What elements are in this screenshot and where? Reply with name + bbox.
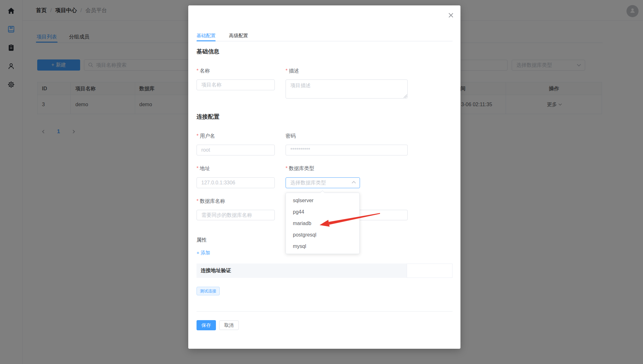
footer-divider [197, 311, 453, 312]
tab-advanced-config[interactable]: 高级配置 [229, 31, 248, 40]
db-name-input[interactable] [197, 210, 275, 220]
save-button[interactable]: 保存 [197, 320, 216, 330]
dropdown-option-sqlserver[interactable]: sqlserver [286, 195, 359, 206]
test-connection-button[interactable]: 测试连接 [197, 287, 220, 295]
dropdown-option-mariadb[interactable]: mariadb [286, 218, 359, 229]
db-name-label: *数据库名称 [197, 198, 225, 204]
dropdown-option-postgresql[interactable]: postgresql [286, 229, 359, 241]
required-mark: * [197, 133, 198, 139]
description-textarea[interactable] [286, 79, 408, 99]
tab-basic-config[interactable]: 基础配置 [197, 31, 216, 40]
username-input[interactable] [197, 145, 275, 155]
connection-config-dialog: 基础配置 高级配置 基础信息 *名称 *描述 连接配置 *用户名 密码 *地址 … [188, 5, 460, 349]
address-label: *地址 [197, 165, 210, 172]
resize-grip-icon[interactable] [404, 94, 407, 98]
password-label: 密码 [286, 133, 296, 139]
cancel-button[interactable]: 取消 [219, 320, 239, 330]
required-mark: * [286, 68, 287, 73]
chevron-up-icon [352, 181, 356, 185]
dropdown-option-mysql[interactable]: mysql [286, 241, 359, 252]
db-type-dropdown: sqlserver pg44 mariadb postgresql mysql [286, 193, 360, 254]
required-mark: * [197, 68, 198, 73]
password-input[interactable] [286, 145, 408, 155]
add-attribute-link[interactable]: + 添加 [197, 250, 210, 256]
db-type-select-placeholder: 选择数据库类型 [290, 180, 326, 186]
required-mark: * [286, 166, 287, 171]
tabs-divider [197, 41, 453, 41]
close-icon[interactable] [448, 12, 454, 18]
db-type-select[interactable]: 选择数据库类型 [286, 177, 360, 188]
section-connection-config: 连接配置 [197, 113, 219, 120]
db-type-label: *数据库类型 [286, 165, 314, 172]
username-label: *用户名 [197, 133, 215, 139]
section-basic-info: 基础信息 [197, 48, 219, 55]
required-mark: * [197, 166, 198, 171]
address-input[interactable] [197, 177, 275, 188]
name-input[interactable] [197, 79, 275, 90]
dropdown-notch [320, 190, 325, 195]
name-label: *名称 [197, 68, 210, 74]
dropdown-option-pg44[interactable]: pg44 [286, 206, 359, 218]
active-tab-indicator [197, 40, 216, 41]
validation-header: 连接地址验证 [197, 264, 407, 278]
required-mark: * [197, 198, 198, 204]
validation-header-empty-cell [407, 264, 453, 278]
description-label: *描述 [286, 68, 299, 74]
attributes-label: 属性 [197, 237, 207, 244]
